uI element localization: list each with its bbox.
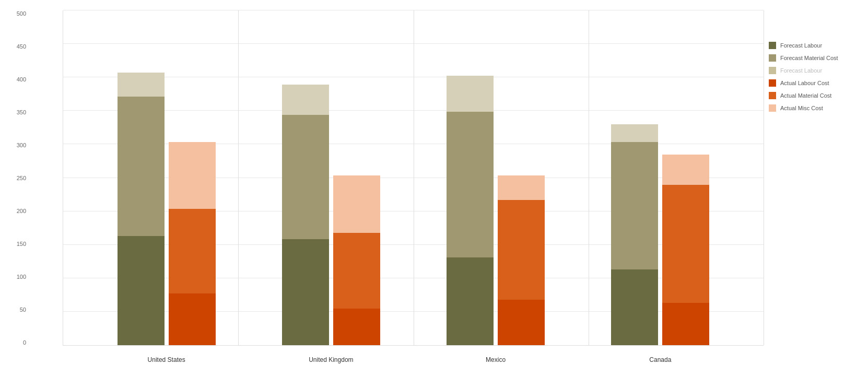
legend-label-actual-labour: Actual Labour Cost — [780, 80, 829, 86]
x-label-mexico: Mexico — [462, 356, 530, 363]
legend-label-forecast-labour: Forecast Labour — [780, 42, 822, 49]
legend-label-actual-material: Actual Material Cost — [780, 92, 831, 99]
y-label-250: 250 — [3, 175, 26, 181]
legend-swatch-actual-material — [769, 92, 776, 99]
bar-us-forecast — [118, 73, 165, 345]
y-label-50: 50 — [3, 307, 26, 313]
bar-canada-actual-material — [662, 185, 709, 303]
bar-canada-forecast-labour — [611, 269, 658, 345]
legend-swatch-forecast-labour — [769, 42, 776, 49]
legend-item-actual-labour: Actual Labour Cost — [769, 79, 858, 87]
y-label-0: 0 — [3, 339, 26, 346]
bar-uk-forecast-material — [282, 115, 329, 239]
legend-swatch-forecast-labour-light — [769, 67, 776, 74]
bar-canada-actual-labour — [662, 303, 709, 345]
bar-us-forecast-labour — [118, 236, 165, 345]
legend-item-forecast-labour: Forecast Labour — [769, 42, 858, 49]
legend-swatch-actual-misc — [769, 104, 776, 112]
group-united-kingdom — [282, 85, 380, 345]
bar-canada-actual — [662, 155, 709, 345]
bar-canada-actual-misc — [662, 155, 709, 185]
y-label-300: 300 — [3, 142, 26, 148]
legend-item-forecast-labour-light: Forecast Labour — [769, 67, 858, 74]
bar-us-actual-material — [169, 209, 216, 293]
bar-mexico-forecast — [447, 76, 494, 345]
bars-area — [63, 10, 764, 345]
bar-uk-actual — [333, 175, 380, 345]
bar-us-forecast-misc — [118, 73, 165, 97]
bar-uk-actual-misc — [333, 175, 380, 233]
bar-us-actual — [169, 142, 216, 345]
legend-item-forecast-material: Forecast Material Cost — [769, 54, 858, 62]
y-label-450: 450 — [3, 43, 26, 50]
bar-canada-forecast — [611, 124, 658, 345]
bar-us-actual-labour — [169, 293, 216, 345]
legend-swatch-actual-labour — [769, 79, 776, 87]
bar-us-forecast-material — [118, 97, 165, 236]
bar-canada-forecast-misc — [611, 124, 658, 143]
group-mexico — [447, 76, 545, 345]
bar-uk-actual-labour — [333, 309, 380, 345]
bar-uk-forecast — [282, 85, 329, 345]
legend-swatch-forecast-material — [769, 54, 776, 62]
legend: Forecast Labour Forecast Material Cost F… — [764, 10, 868, 346]
y-label-400: 400 — [3, 76, 26, 83]
x-axis-labels: United States United Kingdom Mexico Cana… — [63, 356, 764, 363]
chart-container: 0 50 100 150 200 250 300 350 400 450 500 — [0, 0, 868, 377]
bar-mexico-forecast-labour — [447, 257, 494, 345]
group-united-states — [118, 73, 216, 345]
legend-label-forecast-material: Forecast Material Cost — [780, 55, 838, 61]
bar-canada-forecast-material — [611, 142, 658, 269]
bar-mexico-actual — [498, 175, 545, 345]
y-label-150: 150 — [3, 241, 26, 247]
bar-us-actual-misc — [169, 142, 216, 209]
v-divider-4 — [764, 10, 764, 345]
bar-mexico-forecast-material — [447, 112, 494, 257]
legend-item-actual-misc: Actual Misc Cost — [769, 104, 858, 112]
y-label-350: 350 — [3, 109, 26, 115]
y-axis-labels: 0 50 100 150 200 250 300 350 400 450 500 — [3, 10, 26, 346]
legend-item-actual-material: Actual Material Cost — [769, 92, 858, 99]
y-label-500: 500 — [3, 10, 26, 17]
bar-mexico-forecast-misc — [447, 76, 494, 112]
legend-label-forecast-labour-light: Forecast Labour — [780, 67, 822, 74]
y-label-100: 100 — [3, 274, 26, 280]
x-label-uk: United Kingdom — [297, 356, 365, 363]
bar-uk-actual-material — [333, 233, 380, 309]
chart-area: United States United Kingdom Mexico Cana… — [63, 10, 764, 346]
legend-label-actual-misc: Actual Misc Cost — [780, 105, 823, 111]
x-label-canada: Canada — [626, 356, 694, 363]
bar-mexico-actual-material — [498, 200, 545, 300]
x-label-us: United States — [133, 356, 201, 363]
group-canada — [611, 124, 709, 345]
bar-uk-forecast-labour — [282, 239, 329, 345]
bar-mexico-actual-labour — [498, 300, 545, 345]
y-label-200: 200 — [3, 208, 26, 214]
bar-mexico-actual-misc — [498, 175, 545, 199]
bar-uk-forecast-misc — [282, 85, 329, 115]
